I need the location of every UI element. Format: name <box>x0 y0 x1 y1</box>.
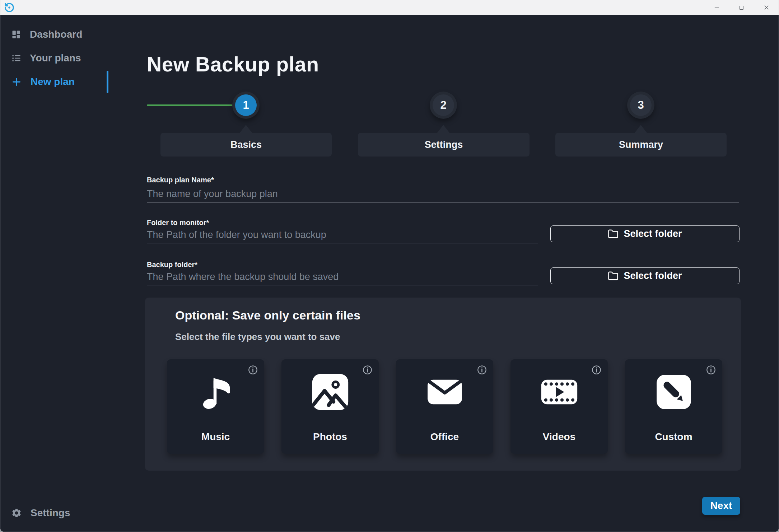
step-tab-label: Summary <box>619 139 663 150</box>
close-button[interactable] <box>754 0 779 15</box>
file-type-card-photos[interactable]: Photos <box>281 359 379 454</box>
select-monitor-folder-button[interactable]: Select folder <box>550 225 740 242</box>
sidebar-item-settings[interactable]: Settings <box>0 501 112 525</box>
folder-to-monitor-label: Folder to monitor* <box>147 219 209 227</box>
envelope-icon <box>424 372 465 412</box>
file-type-cards: Music <box>167 359 722 454</box>
app-logo-icon <box>4 2 15 13</box>
step-circle-2: 2 <box>430 92 457 119</box>
minimize-button[interactable] <box>704 0 729 15</box>
folder-icon <box>608 229 619 239</box>
film-icon <box>539 372 580 412</box>
info-icon[interactable] <box>363 365 372 375</box>
optional-panel-subtitle: Select the file types you want to save <box>175 331 340 342</box>
close-icon <box>763 4 770 11</box>
card-label: Photos <box>281 431 379 443</box>
card-label: Videos <box>510 431 608 443</box>
list-icon <box>11 53 21 63</box>
file-type-card-office[interactable]: Office <box>396 359 493 454</box>
step-number: 1 <box>235 94 257 116</box>
pencil-icon <box>653 372 694 412</box>
window-controls <box>704 0 779 15</box>
optional-panel-title: Optional: Save only certain files <box>175 308 360 322</box>
step-notch-1 <box>239 125 252 133</box>
app-window: Dashboard Your plans New plan Settings <box>0 0 779 532</box>
titlebar <box>0 0 779 15</box>
select-folder-label: Select folder <box>624 228 682 239</box>
info-icon[interactable] <box>706 365 716 375</box>
folder-to-monitor-input[interactable] <box>147 227 538 243</box>
backup-folder-label: Backup folder* <box>147 261 197 269</box>
step-tab-basics[interactable]: Basics <box>160 133 332 157</box>
card-label: Custom <box>625 431 722 443</box>
info-icon[interactable] <box>248 365 258 375</box>
folder-icon <box>608 271 619 281</box>
active-item-indicator <box>107 71 108 93</box>
step-tab-settings[interactable]: Settings <box>358 133 530 157</box>
file-type-card-music[interactable]: Music <box>167 359 264 454</box>
card-label: Office <box>396 431 493 443</box>
plus-icon <box>11 76 22 87</box>
sidebar-item-label: Your plans <box>30 52 81 64</box>
sidebar-item-label: Dashboard <box>30 29 82 40</box>
backup-plan-name-input[interactable] <box>147 186 739 202</box>
maximize-button[interactable] <box>729 0 754 15</box>
sidebar-item-your-plans[interactable]: Your plans <box>0 46 112 70</box>
minimize-icon <box>714 5 720 11</box>
step-notch-3 <box>634 125 647 133</box>
page-title: New Backup plan <box>147 52 319 76</box>
step-tab-summary[interactable]: Summary <box>555 133 727 157</box>
info-icon[interactable] <box>477 365 487 375</box>
step-progress-line <box>147 104 234 106</box>
gear-icon <box>11 508 22 518</box>
next-button[interactable]: Next <box>702 497 740 515</box>
sidebar-item-label: New plan <box>31 76 75 88</box>
select-folder-label: Select folder <box>624 270 682 281</box>
dashboard-icon <box>11 29 21 39</box>
step-circle-1: 1 <box>232 92 260 119</box>
info-icon[interactable] <box>592 365 601 375</box>
file-type-card-custom[interactable]: Custom <box>625 359 722 454</box>
maximize-icon <box>738 5 745 11</box>
step-notch-2 <box>437 125 450 133</box>
file-type-card-videos[interactable]: Videos <box>510 359 608 454</box>
sidebar-item-new-plan[interactable]: New plan <box>0 70 112 94</box>
sidebar-item-label: Settings <box>31 507 70 519</box>
photo-icon <box>310 372 351 412</box>
backup-folder-input[interactable] <box>147 269 538 285</box>
main-content: Dashboard Your plans New plan Settings <box>0 15 779 532</box>
step-tab-label: Settings <box>425 139 463 150</box>
select-backup-folder-button[interactable]: Select folder <box>550 267 740 284</box>
sidebar-item-dashboard[interactable]: Dashboard <box>0 23 112 46</box>
card-label: Music <box>167 431 264 443</box>
backup-plan-name-label: Backup plan Name* <box>147 176 214 184</box>
step-number: 3 <box>630 94 652 116</box>
step-tab-label: Basics <box>230 139 262 150</box>
optional-file-types-panel: Optional: Save only certain files Select… <box>145 298 741 471</box>
step-number: 2 <box>433 94 454 116</box>
step-circle-3: 3 <box>627 92 654 119</box>
music-note-icon <box>195 372 236 412</box>
